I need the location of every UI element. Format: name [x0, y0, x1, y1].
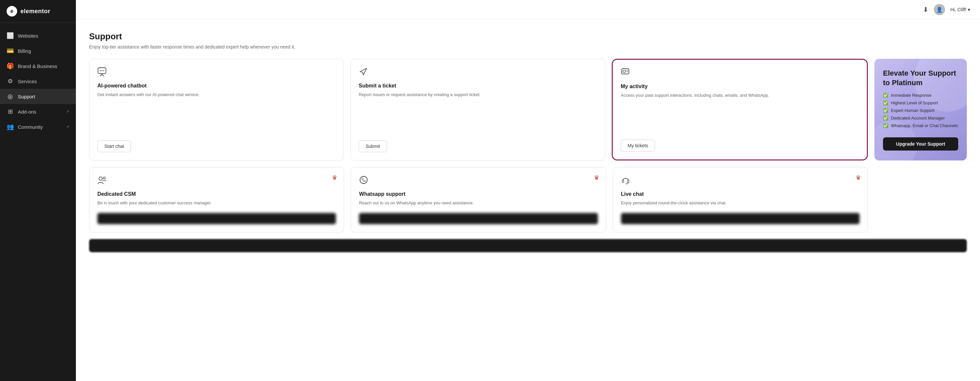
livechat-button[interactable] [621, 213, 859, 224]
person-icon [97, 175, 336, 187]
csm-card-desc: Be in touch with your dedicated customer… [97, 200, 336, 206]
upgrade-card: Elevate Your Support to Platinum ✅ Immed… [874, 59, 967, 161]
svg-rect-12 [628, 180, 629, 183]
sidebar-item-label: Billing [18, 48, 31, 54]
user-greeting: Hi, Cliff! [950, 7, 966, 12]
sidebar: e elementor ⬜ Websites 💳 Billing 🎁 Brand… [0, 0, 76, 381]
gift-icon: 🎁 [6, 62, 14, 70]
submit-button[interactable]: Submit [359, 140, 387, 152]
submit-icon [359, 67, 597, 78]
crown-icon: ♛ [594, 174, 599, 181]
csm-card: ♛ Dedicated CSM Be in touch with your de… [89, 167, 344, 233]
whatsapp-card: ♛ Whatsapp support Reach out to us on Wh… [351, 167, 606, 233]
sidebar-item-community[interactable]: 👥 Community ↗ [0, 119, 76, 134]
main-content: ⬇ 👤 Hi, Cliff! ▾ Support Enjoy top-tier … [76, 0, 980, 381]
whatsapp-button[interactable] [359, 213, 598, 224]
livechat-card-desc: Enjoy personalized round-the-clock assis… [621, 200, 859, 206]
ticket-card-desc: Report issues or request assistance by c… [359, 91, 597, 134]
external-link-icon: ↗ [66, 124, 69, 129]
chat-icon [97, 67, 336, 78]
activity-icon [620, 68, 859, 79]
upgrade-feature-1: ✅ Immediate Response [883, 93, 958, 98]
check-circle-icon: ✅ [883, 123, 888, 128]
question-circle-icon: ◎ [6, 93, 14, 100]
my-tickets-button[interactable]: My tickets [620, 140, 655, 151]
sidebar-item-label: Services [18, 78, 37, 84]
elementor-logo-text: elementor [21, 8, 51, 15]
check-circle-icon: ✅ [883, 116, 888, 121]
activity-card-desc: Access your past support interactions, i… [620, 92, 859, 133]
grid-icon: ⊞ [6, 108, 14, 115]
sidebar-logo: e elementor [0, 0, 76, 23]
svg-point-10 [360, 176, 367, 183]
page-title: Support [89, 31, 967, 41]
check-circle-icon: ✅ [883, 93, 888, 98]
svg-point-1 [100, 70, 101, 71]
livechat-card-title: Live chat [621, 191, 859, 197]
sidebar-item-support[interactable]: ◎ Support [0, 89, 76, 104]
sidebar-item-label: Support [18, 94, 35, 99]
sidebar-item-billing[interactable]: 💳 Billing [0, 43, 76, 59]
download-icon[interactable]: ⬇ [923, 6, 929, 14]
crown-icon: ♛ [332, 174, 337, 181]
bottom-bar [89, 239, 967, 252]
external-link-icon: ↗ [66, 109, 69, 114]
svg-point-8 [99, 177, 102, 180]
csm-button[interactable] [97, 213, 336, 224]
sidebar-item-services[interactable]: ⚙ Services [0, 73, 76, 89]
headset-icon [621, 175, 859, 187]
sidebar-item-label: Community [18, 124, 43, 130]
upgrade-button[interactable]: Upgrade Your Support [883, 137, 958, 151]
svg-rect-11 [622, 180, 624, 183]
crown-icon: ♛ [856, 174, 861, 181]
svg-point-3 [103, 70, 104, 71]
people-icon: 👥 [6, 123, 14, 131]
activity-card-title: My activity [620, 83, 859, 89]
user-menu[interactable]: Hi, Cliff! ▾ [950, 7, 970, 12]
svg-point-2 [102, 70, 103, 71]
avatar: 👤 [934, 4, 945, 15]
ticket-card: Submit a ticket Report issues or request… [350, 59, 605, 161]
check-circle-icon: ✅ [883, 108, 888, 113]
support-cards-row1: AI-powered chatbot Get instant answers w… [89, 59, 967, 161]
sidebar-item-label: Websites [18, 33, 38, 38]
sidebar-item-label: Brand & Business [18, 64, 57, 69]
sidebar-item-websites[interactable]: ⬜ Websites [0, 28, 76, 43]
check-circle-icon: ✅ [883, 100, 888, 105]
activity-card: My activity Access your past support int… [612, 59, 868, 161]
page-content: Support Enjoy top-tier assistance with f… [76, 19, 980, 264]
upgrade-title: Elevate Your Support to Platinum [883, 69, 958, 88]
sidebar-navigation: ⬜ Websites 💳 Billing 🎁 Brand & Business … [0, 23, 76, 381]
card-icon: 💳 [6, 47, 14, 54]
chatbot-card-title: AI-powered chatbot [97, 83, 336, 89]
sidebar-item-label: Add-ons [18, 109, 36, 115]
start-chat-button[interactable]: Start chat [97, 140, 131, 152]
svg-rect-5 [623, 70, 625, 72]
browser-icon: ⬜ [6, 32, 14, 39]
csm-card-title: Dedicated CSM [97, 191, 336, 197]
chatbot-card: AI-powered chatbot Get instant answers w… [89, 59, 344, 161]
support-cards-row2: ♛ Dedicated CSM Be in touch with your de… [89, 167, 967, 233]
whatsapp-card-title: Whatsapp support [359, 191, 598, 197]
gear-icon: ⚙ [6, 78, 14, 85]
chevron-down-icon: ▾ [968, 7, 970, 12]
avatar-icon: 👤 [936, 6, 943, 13]
upgrade-features: ✅ Immediate Response ✅ Highest Level of … [883, 93, 958, 131]
whatsapp-icon [359, 175, 598, 187]
livechat-card: ♛ Live chat Enjoy personalized round-the… [613, 167, 868, 233]
ticket-card-title: Submit a ticket [359, 83, 597, 89]
whatsapp-card-desc: Reach out to us on WhatsApp anytime you … [359, 200, 598, 206]
upgrade-feature-5: ✅ Whatsapp, Email or Chat Channels [883, 123, 958, 128]
sidebar-item-addons[interactable]: ⊞ Add-ons ↗ [0, 104, 76, 119]
chatbot-card-desc: Get instant answers with our AI-powered … [97, 91, 336, 134]
upgrade-feature-4: ✅ Dedicated Account Manager [883, 116, 958, 121]
topbar: ⬇ 👤 Hi, Cliff! ▾ [76, 0, 980, 19]
page-subtitle: Enjoy top-tier assistance with faster re… [89, 44, 967, 49]
sidebar-item-brand[interactable]: 🎁 Brand & Business [0, 59, 76, 73]
upgrade-feature-2: ✅ Highest Level of Support [883, 100, 958, 105]
elementor-logo-icon: e [6, 6, 17, 16]
svg-point-9 [103, 177, 105, 179]
upgrade-feature-3: ✅ Expert Human Support [883, 108, 958, 113]
